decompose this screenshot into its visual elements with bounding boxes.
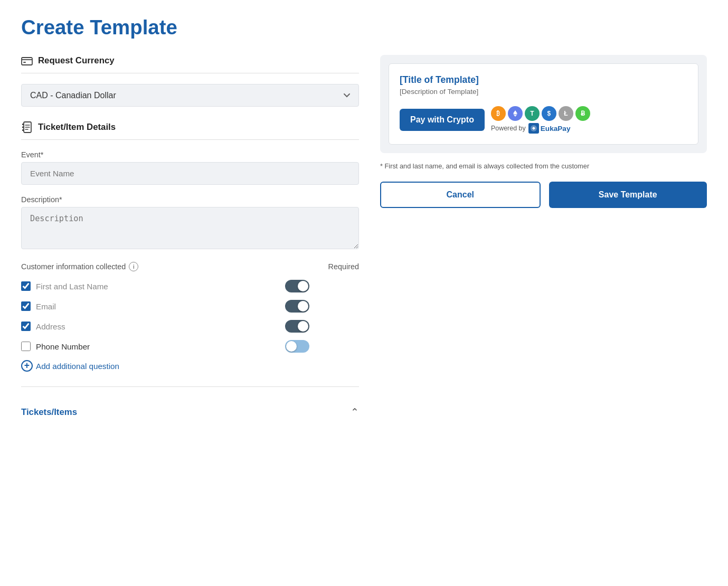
- currency-section-label: Request Currency: [38, 55, 115, 66]
- ltc-icon: Ł: [559, 106, 573, 121]
- phone-checkbox[interactable]: [21, 342, 31, 351]
- customer-info-title: Customer information collected: [21, 262, 126, 271]
- first-last-label: First and Last Name: [36, 282, 275, 291]
- email-label: Email: [36, 302, 275, 311]
- tickets-divider: [21, 386, 359, 387]
- event-field-group: Event*: [21, 150, 359, 185]
- address-toggle-col: [275, 320, 359, 333]
- required-label: Required: [328, 262, 359, 271]
- address-label: Address: [36, 322, 275, 331]
- event-label: Event*: [21, 150, 359, 159]
- right-panel: [Title of Template] [Description of Temp…: [380, 55, 707, 208]
- svg-rect-0: [22, 58, 32, 65]
- currency-icon: [21, 55, 33, 67]
- customer-row-email: Email: [21, 300, 359, 313]
- left-panel: Request Currency CAD - Canadian Dollar U…: [21, 55, 359, 418]
- preview-container: [Title of Template] [Description of Temp…: [380, 55, 707, 153]
- currency-section-header: Request Currency: [21, 55, 359, 67]
- preview-payment-row: Pay with Crypto ₿: [400, 106, 687, 134]
- email-toggle[interactable]: [285, 300, 309, 313]
- svg-rect-5: [22, 129, 24, 131]
- email-toggle-col: [275, 300, 359, 313]
- preview-card: [Title of Template] [Description of Temp…: [389, 63, 698, 145]
- svg-rect-1: [23, 62, 26, 63]
- eth-icon: [508, 106, 523, 121]
- tickets-section: Tickets/Items ⌃: [21, 398, 359, 418]
- add-question-button[interactable]: + Add additional question: [21, 360, 359, 372]
- powered-by-section: ₿ T $: [491, 106, 590, 134]
- info-icon[interactable]: i: [129, 262, 138, 271]
- eukapay-icon: [528, 123, 539, 134]
- customer-row-address: Address: [21, 320, 359, 333]
- eukapay-logo: EukaPay: [528, 123, 571, 134]
- tickets-chevron-icon[interactable]: ⌃: [351, 406, 359, 418]
- address-checkbox[interactable]: [21, 322, 31, 331]
- first-last-toggle-col: [275, 280, 359, 292]
- pay-crypto-button[interactable]: Pay with Crypto: [400, 109, 485, 131]
- page-title: Create Template: [21, 16, 707, 39]
- preview-description: [Description of Template]: [400, 88, 687, 96]
- customer-info-header: Customer information collected i Require…: [21, 262, 359, 271]
- customer-row-phone: Phone Number: [21, 340, 359, 353]
- description-label: Description*: [21, 195, 359, 204]
- svg-rect-3: [22, 124, 24, 125]
- email-checkbox[interactable]: [21, 301, 31, 311]
- phone-label: Phone Number: [36, 342, 275, 351]
- add-question-label: Add additional question: [36, 362, 119, 371]
- preview-title: [Title of Template]: [400, 74, 687, 86]
- event-input[interactable]: [21, 162, 359, 185]
- address-toggle[interactable]: [285, 320, 309, 333]
- btc-icon: ₿: [491, 106, 506, 121]
- phone-toggle[interactable]: [285, 340, 309, 353]
- description-input[interactable]: [21, 207, 359, 249]
- usd-icon: $: [542, 106, 556, 121]
- svg-marker-6: [513, 110, 517, 115]
- description-field-group: Description*: [21, 195, 359, 251]
- add-question-icon: +: [21, 360, 33, 372]
- powered-by-text: Powered by EukaPay: [491, 123, 571, 134]
- tickets-title: Tickets/Items: [21, 407, 77, 418]
- phone-toggle-col: [275, 340, 359, 353]
- bch-icon: Ƀ: [575, 106, 590, 121]
- currency-select[interactable]: CAD - Canadian Dollar USD - US Dollar EU…: [21, 84, 359, 107]
- action-buttons: Cancel Save Template: [380, 182, 707, 208]
- first-last-toggle[interactable]: [285, 280, 309, 292]
- ticket-icon: [21, 121, 33, 133]
- ticket-section-label: Ticket/Item Details: [38, 122, 116, 133]
- svg-rect-4: [22, 127, 24, 128]
- ticket-section-header: Ticket/Item Details: [21, 121, 359, 133]
- currency-divider: [21, 73, 359, 73]
- save-template-button[interactable]: Save Template: [549, 182, 707, 208]
- notice-text: * First and last name, and email is alwa…: [380, 162, 707, 171]
- ticket-divider: [21, 139, 359, 140]
- cancel-button[interactable]: Cancel: [380, 182, 541, 208]
- customer-row-first-last: First and Last Name: [21, 280, 359, 292]
- crypto-icons-row: ₿ T $: [491, 106, 590, 121]
- usdt-icon: T: [525, 106, 540, 121]
- first-last-checkbox[interactable]: [21, 281, 31, 291]
